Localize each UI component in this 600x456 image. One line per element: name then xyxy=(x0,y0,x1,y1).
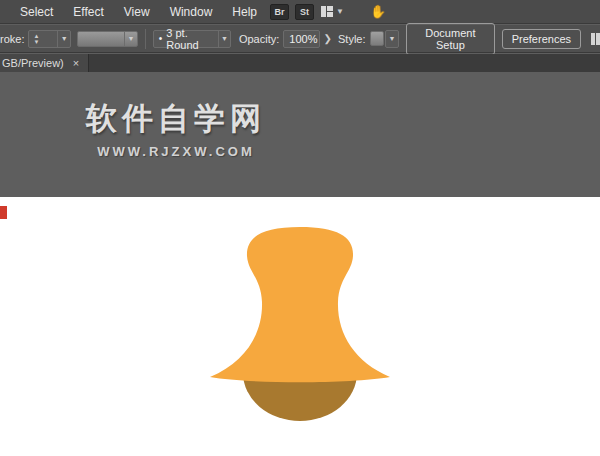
bell-body-shape[interactable] xyxy=(210,227,390,382)
artwork-layer xyxy=(0,0,600,456)
red-edge-marker xyxy=(0,206,7,219)
